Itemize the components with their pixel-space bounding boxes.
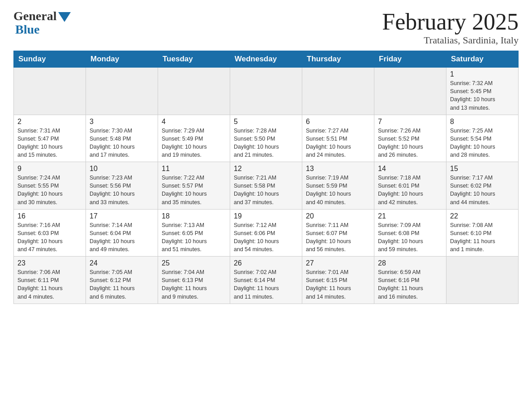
day-info: Sunrise: 7:26 AMSunset: 5:52 PMDaylight:… — [378, 127, 442, 159]
table-row: 22Sunrise: 7:08 AMSunset: 6:10 PMDayligh… — [446, 209, 519, 257]
col-sunday: Sunday — [14, 51, 86, 68]
day-info: Sunrise: 7:02 AMSunset: 6:14 PMDaylight:… — [234, 268, 298, 301]
day-info: Sunrise: 7:16 AMSunset: 6:03 PMDaylight:… — [17, 221, 82, 254]
table-row: 19Sunrise: 7:12 AMSunset: 6:06 PMDayligh… — [230, 209, 302, 257]
day-info: Sunrise: 7:12 AMSunset: 6:06 PMDaylight:… — [234, 221, 298, 254]
day-info: Sunrise: 7:14 AMSunset: 6:04 PMDaylight:… — [90, 221, 154, 254]
day-number: 6 — [306, 118, 370, 126]
day-number: 12 — [234, 165, 298, 173]
day-info: Sunrise: 7:05 AMSunset: 6:12 PMDaylight:… — [90, 268, 154, 301]
table-row: 20Sunrise: 7:11 AMSunset: 6:07 PMDayligh… — [302, 209, 374, 257]
day-number: 23 — [17, 259, 82, 267]
month-title: February 2025 — [382, 9, 519, 34]
col-saturday: Saturday — [446, 51, 519, 68]
table-row: 4Sunrise: 7:29 AMSunset: 5:49 PMDaylight… — [158, 115, 230, 162]
table-row — [446, 257, 519, 304]
day-number: 20 — [306, 212, 370, 220]
table-row: 7Sunrise: 7:26 AMSunset: 5:52 PMDaylight… — [374, 115, 446, 162]
table-row: 11Sunrise: 7:22 AMSunset: 5:57 PMDayligh… — [158, 162, 230, 210]
calendar-header-row: Sunday Monday Tuesday Wednesday Thursday… — [14, 51, 519, 68]
day-info: Sunrise: 6:59 AMSunset: 6:16 PMDaylight:… — [378, 268, 442, 301]
day-number: 9 — [17, 165, 82, 173]
table-row: 24Sunrise: 7:05 AMSunset: 6:12 PMDayligh… — [86, 257, 158, 304]
day-info: Sunrise: 7:19 AMSunset: 5:59 PMDaylight:… — [306, 174, 370, 206]
day-info: Sunrise: 7:09 AMSunset: 6:08 PMDaylight:… — [378, 221, 442, 254]
day-info: Sunrise: 7:28 AMSunset: 5:50 PMDaylight:… — [234, 127, 298, 159]
day-number: 2 — [17, 118, 82, 126]
day-info: Sunrise: 7:17 AMSunset: 6:02 PMDaylight:… — [450, 174, 515, 206]
day-info: Sunrise: 7:21 AMSunset: 5:58 PMDaylight:… — [234, 174, 298, 206]
page-header: General Blue February 2025 Tratalias, Sa… — [13, 9, 519, 46]
day-info: Sunrise: 7:31 AMSunset: 5:47 PMDaylight:… — [17, 127, 82, 159]
table-row: 13Sunrise: 7:19 AMSunset: 5:59 PMDayligh… — [302, 162, 374, 210]
table-row: 16Sunrise: 7:16 AMSunset: 6:03 PMDayligh… — [14, 209, 86, 257]
day-info: Sunrise: 7:04 AMSunset: 6:13 PMDaylight:… — [162, 268, 226, 301]
day-info: Sunrise: 7:25 AMSunset: 5:54 PMDaylight:… — [450, 127, 515, 159]
day-info: Sunrise: 7:08 AMSunset: 6:10 PMDaylight:… — [450, 221, 515, 254]
table-row: 15Sunrise: 7:17 AMSunset: 6:02 PMDayligh… — [446, 162, 519, 210]
col-friday: Friday — [374, 51, 446, 68]
day-number: 24 — [90, 259, 154, 267]
day-info: Sunrise: 7:13 AMSunset: 6:05 PMDaylight:… — [162, 221, 226, 254]
day-number: 25 — [162, 259, 226, 267]
table-row: 27Sunrise: 7:01 AMSunset: 6:15 PMDayligh… — [302, 257, 374, 304]
day-info: Sunrise: 7:01 AMSunset: 6:15 PMDaylight:… — [306, 268, 370, 301]
day-number: 14 — [378, 165, 442, 173]
table-row: 21Sunrise: 7:09 AMSunset: 6:08 PMDayligh… — [374, 209, 446, 257]
calendar-week-row: 23Sunrise: 7:06 AMSunset: 6:11 PMDayligh… — [14, 257, 519, 304]
table-row — [230, 68, 302, 115]
calendar-week-row: 1Sunrise: 7:32 AMSunset: 5:45 PMDaylight… — [14, 68, 519, 115]
day-number: 17 — [90, 212, 154, 220]
day-number: 15 — [450, 165, 515, 173]
day-number: 13 — [306, 165, 370, 173]
col-thursday: Thursday — [302, 51, 374, 68]
location-title: Tratalias, Sardinia, Italy — [382, 34, 519, 46]
table-row: 9Sunrise: 7:24 AMSunset: 5:55 PMDaylight… — [14, 162, 86, 210]
col-tuesday: Tuesday — [158, 51, 230, 68]
calendar-table: Sunday Monday Tuesday Wednesday Thursday… — [13, 51, 519, 304]
day-info: Sunrise: 7:30 AMSunset: 5:48 PMDaylight:… — [90, 127, 154, 159]
table-row: 14Sunrise: 7:18 AMSunset: 6:01 PMDayligh… — [374, 162, 446, 210]
table-row — [158, 68, 230, 115]
table-row — [86, 68, 158, 115]
day-info: Sunrise: 7:24 AMSunset: 5:55 PMDaylight:… — [17, 174, 82, 206]
table-row: 17Sunrise: 7:14 AMSunset: 6:04 PMDayligh… — [86, 209, 158, 257]
day-info: Sunrise: 7:23 AMSunset: 5:56 PMDaylight:… — [90, 174, 154, 206]
logo-general-text: General — [13, 9, 56, 23]
logo-triangle-icon — [58, 12, 71, 22]
day-number: 8 — [450, 118, 515, 126]
day-number: 28 — [378, 259, 442, 267]
table-row — [302, 68, 374, 115]
day-number: 27 — [306, 259, 370, 267]
day-number: 21 — [378, 212, 442, 220]
day-number: 3 — [90, 118, 154, 126]
day-number: 11 — [162, 165, 226, 173]
table-row: 18Sunrise: 7:13 AMSunset: 6:05 PMDayligh… — [158, 209, 230, 257]
day-info: Sunrise: 7:29 AMSunset: 5:49 PMDaylight:… — [162, 127, 226, 159]
day-number: 19 — [234, 212, 298, 220]
day-info: Sunrise: 7:27 AMSunset: 5:51 PMDaylight:… — [306, 127, 370, 159]
table-row: 28Sunrise: 6:59 AMSunset: 6:16 PMDayligh… — [374, 257, 446, 304]
table-row: 1Sunrise: 7:32 AMSunset: 5:45 PMDaylight… — [446, 68, 519, 115]
day-number: 26 — [234, 259, 298, 267]
table-row: 6Sunrise: 7:27 AMSunset: 5:51 PMDaylight… — [302, 115, 374, 162]
table-row: 5Sunrise: 7:28 AMSunset: 5:50 PMDaylight… — [230, 115, 302, 162]
day-number: 10 — [90, 165, 154, 173]
day-info: Sunrise: 7:11 AMSunset: 6:07 PMDaylight:… — [306, 221, 370, 254]
calendar-week-row: 16Sunrise: 7:16 AMSunset: 6:03 PMDayligh… — [14, 209, 519, 257]
day-number: 18 — [162, 212, 226, 220]
calendar-week-row: 9Sunrise: 7:24 AMSunset: 5:55 PMDaylight… — [14, 162, 519, 210]
table-row: 12Sunrise: 7:21 AMSunset: 5:58 PMDayligh… — [230, 162, 302, 210]
table-row: 3Sunrise: 7:30 AMSunset: 5:48 PMDaylight… — [86, 115, 158, 162]
day-info: Sunrise: 7:32 AMSunset: 5:45 PMDaylight:… — [450, 79, 515, 112]
table-row: 26Sunrise: 7:02 AMSunset: 6:14 PMDayligh… — [230, 257, 302, 304]
table-row: 2Sunrise: 7:31 AMSunset: 5:47 PMDaylight… — [14, 115, 86, 162]
calendar-week-row: 2Sunrise: 7:31 AMSunset: 5:47 PMDaylight… — [14, 115, 519, 162]
col-wednesday: Wednesday — [230, 51, 302, 68]
title-section: February 2025 Tratalias, Sardinia, Italy — [382, 9, 519, 46]
day-info: Sunrise: 7:06 AMSunset: 6:11 PMDaylight:… — [17, 268, 82, 301]
day-number: 7 — [378, 118, 442, 126]
table-row: 8Sunrise: 7:25 AMSunset: 5:54 PMDaylight… — [446, 115, 519, 162]
day-info: Sunrise: 7:22 AMSunset: 5:57 PMDaylight:… — [162, 174, 226, 206]
logo: General Blue — [13, 9, 71, 37]
